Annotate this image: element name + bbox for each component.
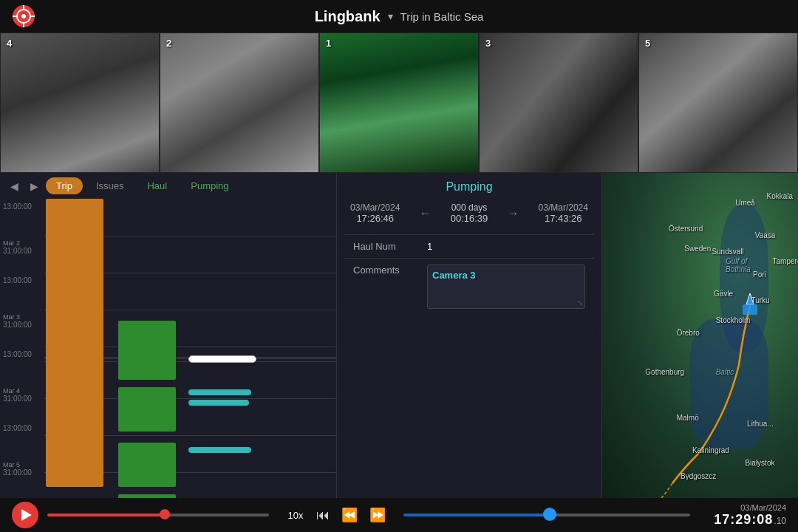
- timeline-bars[interactable]: [44, 199, 336, 498]
- cam-num-1: 1: [326, 38, 331, 49]
- cam-num-3: 3: [485, 38, 491, 49]
- back-button[interactable]: ◀: [6, 179, 23, 194]
- time-range-row: 03/Mar/2024 17:26:46 ← 000 days 00:16:39…: [344, 202, 594, 224]
- app-logo[interactable]: [12, 4, 35, 28]
- play-icon: [21, 509, 32, 521]
- vessel-dropdown[interactable]: ▾: [388, 10, 393, 22]
- comments-input[interactable]: Camera 3 ⤡: [427, 265, 585, 309]
- rewind-button[interactable]: ⏪: [335, 507, 364, 523]
- playback-speed[interactable]: 10x: [281, 510, 310, 521]
- timestamp-block: 03/Mar/2024 17:29:08 .10: [714, 503, 786, 528]
- play-button[interactable]: [12, 502, 38, 528]
- cam-num-2: 2: [166, 38, 171, 49]
- cam-num-5: 5: [645, 38, 650, 49]
- comments-label: Comments: [353, 265, 427, 276]
- time-tick: Mar 3 31:00:00: [0, 313, 44, 350]
- camera-1[interactable]: 1: [319, 33, 479, 173]
- bottom-bar: 10x ⏮ ⏪ ⏩ 03/Mar/2024 17:29:08 .10: [0, 498, 798, 532]
- time-tick: Mar 4 31:00:00: [0, 387, 44, 424]
- pump-bar-3[interactable]: [188, 447, 251, 453]
- haul-bar-4[interactable]: [118, 494, 176, 498]
- end-date: 03/Mar/2024: [539, 202, 588, 213]
- trip-label: Trip in Baltic Sea: [400, 10, 484, 23]
- blue-scrubber-wrap: [403, 514, 690, 516]
- haul-num-label: Haul Num: [353, 241, 427, 252]
- tab-issues[interactable]: Issues: [86, 177, 134, 194]
- time-axis: 13:00:00 Mar 2 31:00:00 13:00:00 Mar 3 3…: [0, 199, 44, 498]
- tab-pumping[interactable]: Pumping: [180, 177, 239, 194]
- time-tick: Mar 2 31:00:00: [0, 239, 44, 276]
- timeline: 13:00:00 Mar 2 31:00:00 13:00:00 Mar 3 3…: [0, 199, 336, 498]
- trip-bar[interactable]: [46, 199, 103, 487]
- pump-bar-1[interactable]: [188, 389, 251, 395]
- red-scrubber-thumb[interactable]: [160, 509, 170, 519]
- camera-2[interactable]: 2: [160, 33, 319, 173]
- haul-bar-2[interactable]: [118, 387, 176, 432]
- time-tick: 13:00:00: [0, 350, 44, 387]
- end-time: 17:43:26: [539, 213, 588, 224]
- map-panel[interactable]: Sweden Umeå Kokkala Östersund Sundsvall …: [602, 173, 798, 498]
- haul-num-value: 1: [427, 241, 432, 252]
- time-tick: 13:00:00: [0, 276, 44, 313]
- route-svg: [602, 173, 798, 498]
- timestamp-time-row: 17:29:08 .10: [714, 512, 786, 528]
- left-panel: ◀ ▶ Trip Issues Haul Pumping 13:00:00 Ma…: [0, 173, 336, 498]
- resize-handle[interactable]: ⤡: [577, 299, 583, 307]
- haul-num-row: Haul Num 1: [344, 234, 594, 258]
- topbar: Lingbank ▾ Trip in Baltic Sea: [0, 0, 798, 33]
- red-scrubber-wrap: [47, 514, 269, 516]
- camera-5[interactable]: 5: [638, 33, 798, 173]
- camera-3[interactable]: 3: [479, 33, 638, 173]
- red-scrubber[interactable]: [47, 514, 269, 516]
- start-date: 03/Mar/2024: [350, 202, 400, 213]
- blue-scrubber[interactable]: [403, 514, 690, 516]
- title-group: Lingbank ▾ Trip in Baltic Sea: [315, 8, 484, 25]
- duration-time: 00:16:39: [451, 213, 488, 224]
- nav-tabs: ◀ ▶ Trip Issues Haul Pumping: [0, 173, 336, 199]
- time-tick: Mar 5 31:00:00: [0, 461, 44, 498]
- cam-num-4: 4: [7, 38, 12, 49]
- duration-days: 000 days: [451, 202, 488, 213]
- time-tick: 13:00:00: [0, 424, 44, 461]
- pump-bar-2[interactable]: [188, 400, 249, 406]
- haul-bar-1[interactable]: [118, 321, 176, 380]
- timestamp-date: 03/Mar/2024: [714, 503, 786, 512]
- svg-point-2: [21, 14, 26, 18]
- vessel-name[interactable]: Lingbank: [315, 8, 381, 25]
- arrow-left-icon: ←: [420, 207, 432, 220]
- camera-row: 4 2 1 3 5: [0, 33, 798, 173]
- pump-bar-selected[interactable]: [188, 355, 256, 363]
- tab-haul[interactable]: Haul: [137, 177, 177, 194]
- fast-forward-button[interactable]: ⏩: [364, 507, 392, 523]
- skip-start-button[interactable]: ⏮: [310, 508, 335, 523]
- svg-marker-7: [746, 293, 754, 304]
- end-time-block: 03/Mar/2024 17:43:26: [539, 202, 588, 224]
- timestamp-time: 17:29:08: [714, 512, 773, 528]
- pumping-detail-panel: Pumping 03/Mar/2024 17:26:46 ← 000 days …: [336, 173, 602, 498]
- tab-trip[interactable]: Trip: [46, 177, 83, 194]
- duration-block: 000 days 00:16:39: [451, 202, 488, 224]
- comments-text: Camera 3: [432, 270, 476, 281]
- haul-bar-3[interactable]: [118, 443, 176, 487]
- time-tick: 13:00:00: [0, 202, 44, 239]
- pumping-title: Pumping: [344, 180, 594, 194]
- camera-4[interactable]: 4: [0, 33, 160, 173]
- start-time: 17:26:46: [350, 213, 400, 224]
- svg-rect-8: [743, 304, 757, 315]
- start-time-block: 03/Mar/2024 17:26:46: [350, 202, 400, 224]
- comments-row: Comments Camera 3 ⤡: [344, 258, 594, 315]
- main-area: ◀ ▶ Trip Issues Haul Pumping 13:00:00 Ma…: [0, 173, 798, 498]
- forward-button[interactable]: ▶: [26, 179, 43, 194]
- arrow-right-icon: →: [507, 207, 519, 220]
- blue-scrubber-thumb[interactable]: [543, 508, 556, 521]
- timestamp-subsecond: .10: [774, 516, 786, 526]
